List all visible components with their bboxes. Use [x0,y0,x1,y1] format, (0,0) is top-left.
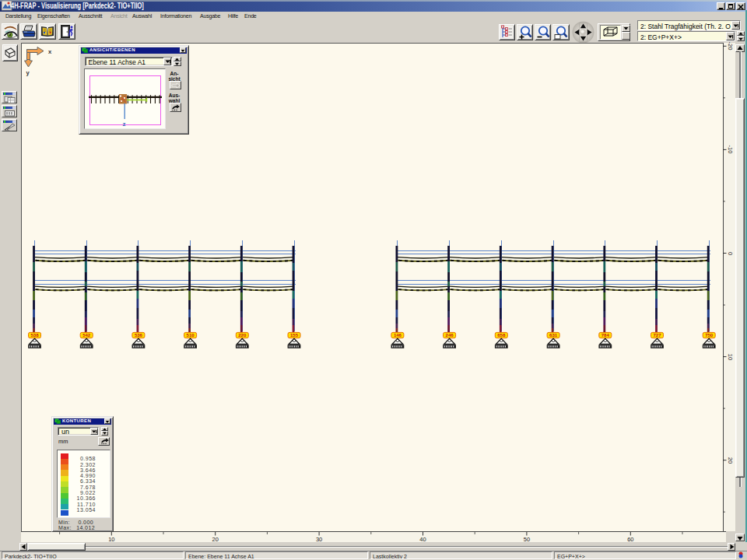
svg-text:20: 20 [212,536,219,543]
svg-text:658: 658 [497,333,506,338]
svg-text:146: 146 [394,333,402,338]
svg-text:z: z [122,121,125,128]
svg-text:x: x [48,48,52,55]
svg-text:50: 50 [524,536,530,543]
svg-text:510: 510 [187,333,195,338]
svg-text:155: 155 [290,333,299,338]
svg-text:220: 220 [238,333,247,338]
svg-text:40: 40 [419,536,426,543]
svg-text:750: 750 [705,333,714,338]
svg-text:10: 10 [108,536,114,543]
svg-text:30: 30 [316,536,322,543]
svg-text:y: y [26,69,30,76]
svg-text:727: 727 [653,333,661,338]
svg-text:246: 246 [446,333,454,338]
svg-text:784: 784 [601,333,610,338]
svg-text:538: 538 [30,333,39,338]
svg-text:631: 631 [549,333,558,338]
svg-text:542: 542 [82,333,91,338]
svg-text:60: 60 [627,536,633,543]
svg-text:536: 536 [135,333,143,338]
